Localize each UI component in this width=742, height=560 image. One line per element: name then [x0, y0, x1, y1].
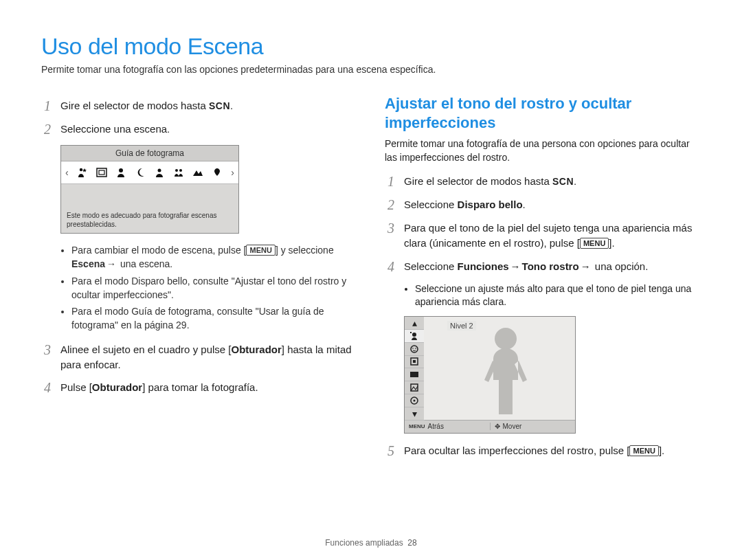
step-number: 4: [385, 259, 397, 274]
left-bullets: Para cambiar el modo de escena, pulse [M…: [41, 243, 357, 333]
right-step-1: 1 Gire el selector de modos hasta SCN.: [385, 174, 701, 189]
text: .: [523, 199, 526, 210]
scn-icon: SCN: [209, 100, 230, 111]
focus-area-icon: [405, 356, 424, 369]
step-number: 2: [41, 122, 54, 137]
svg-point-7: [412, 333, 416, 337]
right-step-3: 3 Para que el tono de la piel del sujeto…: [385, 221, 701, 251]
night-icon: [133, 166, 147, 179]
text: ].: [659, 445, 664, 456]
step-text: Gire el selector de modos hasta SCN.: [404, 174, 701, 189]
text: .: [230, 100, 233, 111]
scn-icon: SCN: [552, 176, 574, 187]
menu-icon: MENU: [580, 238, 609, 249]
right-subbullets: Seleccione un ajuste más alto para que e…: [385, 282, 701, 309]
right-step-2: 2 Seleccione Disparo bello.: [385, 197, 701, 212]
svg-point-3: [119, 168, 123, 172]
text: Para cambiar el modo de escena, pulse [: [71, 245, 246, 256]
svg-point-8: [411, 346, 418, 352]
step-text: Seleccione Funciones→Tono rostro→ una op…: [404, 259, 701, 274]
screen-description: Este modo es adecuado para fotografiar e…: [61, 183, 238, 233]
footer-move: ✥ Mover: [491, 423, 576, 430]
landscape-icon: [191, 166, 205, 179]
text: Gire el selector de modos hasta: [404, 175, 552, 187]
text: Pulse [: [60, 381, 92, 393]
bullet-item: Para el modo Disparo bello, consulte "Aj…: [71, 274, 357, 302]
footer-back: MENU Atrás: [405, 423, 491, 430]
text: Para ocultar las imperfecciones del rost…: [404, 445, 629, 456]
text: ] y seleccione: [276, 245, 334, 256]
right-column: Ajustar el tono del rostro y ocultar imp…: [385, 94, 701, 467]
step-number: 3: [385, 221, 397, 251]
svg-rect-1: [97, 168, 106, 177]
svg-point-17: [495, 328, 517, 350]
svg-point-5: [175, 169, 178, 172]
text: Funciones: [458, 260, 509, 272]
page-intro: Permite tomar una fotografía con las opc…: [41, 64, 701, 75]
frame-guide-icon: [95, 166, 109, 179]
content-columns: 1 Gire el selector de modos hasta SCN. 2…: [41, 94, 701, 467]
text: Obturador: [92, 381, 142, 393]
text: .: [574, 175, 576, 187]
left-step-1: 1 Gire el selector de modos hasta SCN.: [41, 98, 357, 113]
subsection-intro: Permite tomar una fotografía de una pers…: [385, 137, 701, 164]
text: Gire el selector de modos hasta: [60, 100, 209, 111]
step-text: Seleccione una escena.: [60, 122, 357, 137]
arrow-icon: →: [106, 258, 116, 269]
svg-rect-2: [99, 170, 104, 175]
text: Atrás: [428, 423, 444, 430]
text: Alinee el sujeto en el cuadro y pulse [: [60, 344, 232, 355]
text: Tono rostro: [522, 260, 579, 272]
left-step-4: 4 Pulse [Obturador] para tomar la fotogr…: [41, 380, 357, 395]
right-step-4: 4 Seleccione Funciones→Tono rostro→ una …: [385, 259, 701, 274]
svg-rect-13: [410, 372, 418, 377]
step-number: 3: [41, 342, 54, 372]
step-number: 4: [41, 380, 54, 395]
bullet-item: Seleccione un ajuste más alto para que e…: [415, 282, 701, 309]
text: una opción.: [592, 260, 649, 272]
chevron-right-icon: ›: [229, 167, 236, 178]
step-number: 2: [385, 197, 397, 212]
page-footer: Funciones ampliadas 28: [0, 538, 742, 548]
step-text: Alinee el sujeto en el cuadro y pulse [O…: [60, 342, 357, 372]
text: Disparo bello: [458, 199, 523, 210]
bullet-item: Para el modo Guía de fotograma, consulte…: [71, 304, 357, 333]
children-icon: [172, 166, 186, 179]
svg-point-10: [415, 348, 416, 349]
step-number: 1: [41, 98, 54, 113]
text: Escena: [71, 258, 105, 269]
step-number: 5: [385, 443, 397, 458]
acb-icon: [405, 394, 424, 407]
portrait-icon: [153, 166, 166, 179]
step-text: Para que el tono de la piel del sujeto t…: [404, 221, 701, 251]
chevron-left-icon: ‹: [64, 167, 70, 178]
screen-footer: MENU Atrás ✥ Mover: [405, 420, 575, 433]
closeup-icon: [210, 166, 224, 179]
move-icon: ✥: [495, 423, 500, 430]
right-step-5: 5 Para ocultar las imperfecciones del ro…: [385, 443, 701, 458]
text: ] para tomar la fotografía.: [142, 381, 258, 393]
svg-point-4: [157, 169, 161, 172]
step-text: Seleccione Disparo bello.: [404, 197, 701, 212]
level-label: Nivel 2: [447, 321, 476, 331]
left-step-2: 2 Seleccione una escena.: [41, 122, 357, 137]
text: Obturador: [232, 344, 282, 355]
svg-point-16: [414, 400, 416, 402]
text: Seleccione: [404, 199, 458, 210]
step-text: Pulse [Obturador] para tomar la fotograf…: [60, 380, 357, 395]
down-caret-icon: ▾: [405, 407, 424, 421]
menu-icon: MENU: [246, 245, 275, 256]
person-night-icon: [76, 166, 89, 179]
svg-point-6: [179, 169, 182, 172]
text: Seleccione: [404, 260, 458, 272]
screen-canvas: Nivel 2: [424, 317, 575, 420]
footer-page-number: 28: [407, 538, 416, 548]
resolution-icon: [405, 368, 424, 381]
screen-title-bar: Guía de fotograma: [61, 146, 238, 161]
beauty-shot-icon: [114, 166, 128, 179]
svg-rect-12: [413, 360, 416, 363]
menu-icon: MENU: [629, 445, 658, 456]
subsection-heading: Ajustar el tono del rostro y ocultar imp…: [385, 94, 701, 132]
quality-icon: [405, 381, 424, 394]
face-retouch-icon: [405, 343, 424, 356]
